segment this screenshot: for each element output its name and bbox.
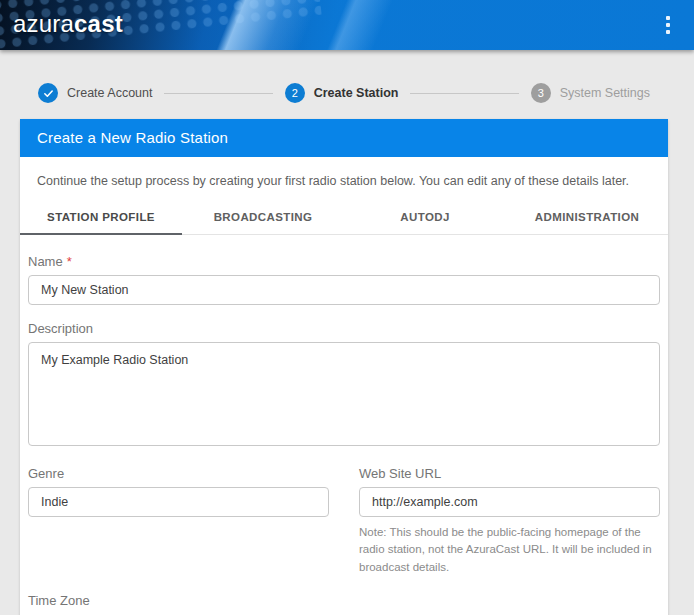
step-complete-circle — [38, 83, 58, 103]
timezone-field-group: Time Zone New York (UTC-4) Scheduled pla… — [28, 593, 660, 615]
step-label: System Settings — [560, 86, 650, 100]
step-connector — [164, 93, 272, 94]
setup-stepper: Create Account 2 Create Station 3 System… — [20, 50, 668, 103]
website-url-note: Note: This should be the public-facing h… — [359, 524, 660, 577]
tab-broadcasting[interactable]: BROADCASTING — [182, 202, 344, 235]
step-create-station[interactable]: 2 Create Station — [285, 83, 399, 103]
website-url-label: Web Site URL — [359, 466, 660, 481]
card-title: Create a New Radio Station — [20, 119, 668, 157]
step-label: Create Station — [314, 86, 399, 100]
genre-url-row: Genre Web Site URL Note: This should be … — [28, 466, 660, 593]
create-station-card: Create a New Radio Station Continue the … — [20, 119, 668, 615]
step-number-circle: 2 — [285, 83, 305, 103]
card-intro-text: Continue the setup process by creating y… — [20, 157, 668, 191]
station-tabs: STATION PROFILE BROADCASTING AUTODJ ADMI… — [20, 202, 668, 235]
tab-administration[interactable]: ADMINISTRATION — [506, 202, 668, 235]
kebab-menu-icon[interactable] — [656, 12, 680, 38]
genre-field-group: Genre — [28, 466, 329, 517]
tab-autodj[interactable]: AUTODJ — [344, 202, 506, 235]
name-label: Name * — [28, 254, 660, 269]
step-label: Create Account — [67, 86, 152, 100]
website-url-field-group: Web Site URL Note: This should be the pu… — [359, 466, 660, 577]
azuracast-logo: azuracast — [13, 10, 123, 38]
required-asterisk: * — [67, 254, 72, 269]
step-number-circle: 3 — [531, 83, 551, 103]
logo-text-bold: cast — [74, 10, 123, 37]
description-textarea[interactable]: My Example Radio Station — [28, 342, 660, 446]
website-url-input[interactable] — [359, 487, 660, 517]
setup-page: Create Account 2 Create Station 3 System… — [0, 50, 694, 615]
tab-station-profile[interactable]: STATION PROFILE — [20, 202, 182, 235]
step-connector — [410, 93, 518, 94]
name-label-text: Name — [28, 254, 63, 269]
genre-label: Genre — [28, 466, 329, 481]
description-field-group: Description My Example Radio Station — [28, 321, 660, 450]
station-profile-form: Name * Description My Example Radio Stat… — [20, 235, 668, 615]
name-input[interactable] — [28, 275, 660, 305]
description-label: Description — [28, 321, 660, 336]
check-icon — [43, 88, 54, 99]
genre-input[interactable] — [28, 487, 329, 517]
step-create-account[interactable]: Create Account — [38, 83, 152, 103]
app-header: azuracast — [0, 0, 694, 50]
logo-text-light: azura — [13, 10, 74, 37]
step-system-settings[interactable]: 3 System Settings — [531, 83, 650, 103]
timezone-label: Time Zone — [28, 593, 660, 608]
name-field-group: Name * — [28, 254, 660, 305]
